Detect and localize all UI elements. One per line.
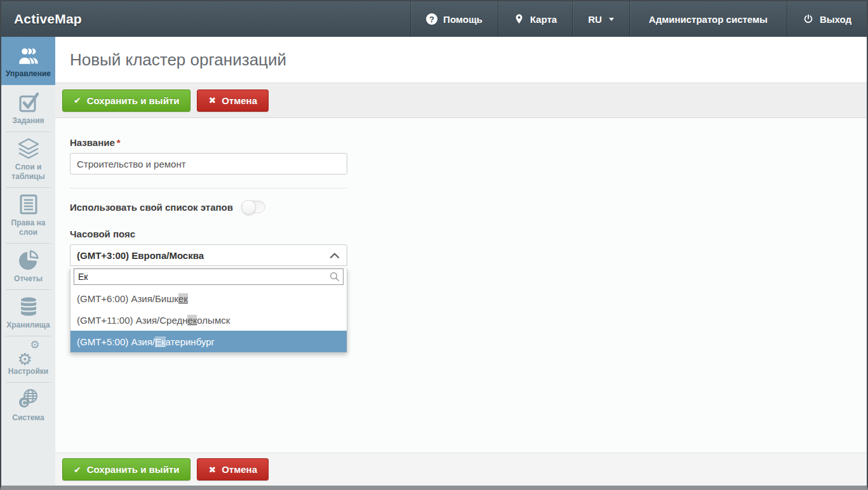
sidebar-item-layer-rights[interactable]: Права на слои [1,187,55,243]
nav-logout[interactable]: Выход [787,1,867,37]
pie-chart-icon [17,249,41,271]
nav-language-label: RU [588,14,602,25]
nav-user-label: Администратор системы [649,14,768,25]
cancel-button[interactable]: ✖ Отмена [197,89,269,112]
timezone-option[interactable]: (GMT+11:00) Азия/Среднеколымск [70,309,347,331]
sidebar-item-settings[interactable]: ⚙ ⚙ Настройки [1,336,55,382]
save-and-exit-button[interactable]: ✔ Сохранить и выйти [62,89,190,112]
sidebar-item-tasks[interactable]: Задания [1,85,55,131]
bottom-action-bar: ✔ Сохранить и выйти ✖ Отмена [55,453,867,486]
timezone-search-input[interactable] [74,268,344,285]
name-field-label: Название* [70,137,347,148]
globe-icon: C [17,388,41,410]
save-and-exit-label: Сохранить и выйти [87,95,180,106]
page-header: Новый кластер организаций [55,37,867,83]
save-and-exit-button-bottom[interactable]: ✔ Сохранить и выйти [62,458,190,480]
sidebar-item-reports[interactable]: Отчеты [1,243,55,289]
layers-icon [17,138,41,159]
sidebar-item-label: Отчеты [14,274,43,284]
check-icon: ✔ [74,95,81,105]
topbar: ActiveMap ? Помощь Карта RU Администрато… [1,1,867,37]
timezone-selected-value: (GMT+3:00) Европа/Москва [77,250,204,261]
power-icon [803,13,814,25]
save-and-exit-label: Сохранить и выйти [87,464,180,475]
topbar-nav: ? Помощь Карта RU Администратор системы [410,1,867,37]
check-icon: ✔ [74,465,81,475]
svg-text:C: C [21,399,27,407]
main-panel: Новый кластер организаций ✔ Сохранить и … [55,37,867,486]
gears-icon: ⚙ ⚙ [17,342,40,364]
form-content: Название* Использовать свой список этапо… [55,118,867,453]
nav-map-label: Карта [530,14,557,25]
sidebar-item-label: Слои и таблицы [3,162,54,182]
cross-icon: ✖ [208,95,216,105]
nav-logout-label: Выход [820,14,851,25]
stages-toggle-label: Использовать свой список этапов [70,202,233,213]
match-highlight: ек [187,315,197,326]
cross-icon: ✖ [208,465,216,475]
cancel-label: Отмена [222,95,257,106]
document-list-icon [17,194,41,215]
nav-help[interactable]: ? Помощь [410,1,498,37]
top-action-bar: ✔ Сохранить и выйти ✖ Отмена [55,83,867,118]
caret-down-icon [609,18,614,21]
sidebar-item-label: Управление [6,69,51,79]
sidebar: Управление Задания [1,37,55,486]
timezone-select: (GMT+3:00) Европа/Москва (GMT+6:00) Азия… [70,244,347,353]
nav-language[interactable]: RU [572,1,629,37]
sidebar-item-storages[interactable]: Хранилища [1,289,55,336]
sidebar-item-label: Задания [12,116,44,126]
timezone-select-header[interactable]: (GMT+3:00) Европа/Москва [70,244,347,266]
timezone-option[interactable]: (GMT+6:00) Азия/Бишкек [70,288,347,309]
cancel-label: Отмена [222,464,257,475]
timezone-dropdown-panel: (GMT+6:00) Азия/Бишкек (GMT+11:00) Азия/… [70,268,347,353]
name-input[interactable] [70,153,347,175]
timezone-option-selected[interactable]: (GMT+5:00) Азия/Екатеринбург [70,331,347,352]
sidebar-item-layers-tables[interactable]: Слои и таблицы [1,131,55,187]
sidebar-item-label: Права на слои [3,218,54,237]
sidebar-item-label: Система [12,413,44,423]
map-pin-icon [514,13,524,25]
cancel-button-bottom[interactable]: ✖ Отмена [197,458,269,480]
toggle-knob [241,200,256,215]
stages-toggle[interactable] [241,201,265,213]
page-title: Новый кластер организаций [70,50,286,70]
chevron-up-icon [329,251,340,260]
database-icon [17,296,41,317]
sidebar-item-management[interactable]: Управление [1,37,55,85]
form-divider [70,188,347,189]
sidebar-item-label: Хранилища [6,321,50,330]
users-icon [17,44,41,66]
app-window: ActiveMap ? Помощь Карта RU Администрато… [0,0,868,490]
match-highlight: Ек [155,336,166,347]
timezone-field-label: Часовой пояс [70,228,347,239]
nav-user[interactable]: Администратор системы [629,1,787,37]
nav-help-label: Помощь [443,14,483,25]
nav-map[interactable]: Карта [498,1,572,37]
sidebar-item-system[interactable]: C Система [1,382,55,428]
activemap-logo: ActiveMap [1,1,95,37]
checkbox-check-icon [17,91,41,113]
help-icon: ? [426,13,437,25]
search-icon [329,271,340,282]
match-highlight: ек [178,293,188,304]
required-asterisk: * [117,137,121,148]
